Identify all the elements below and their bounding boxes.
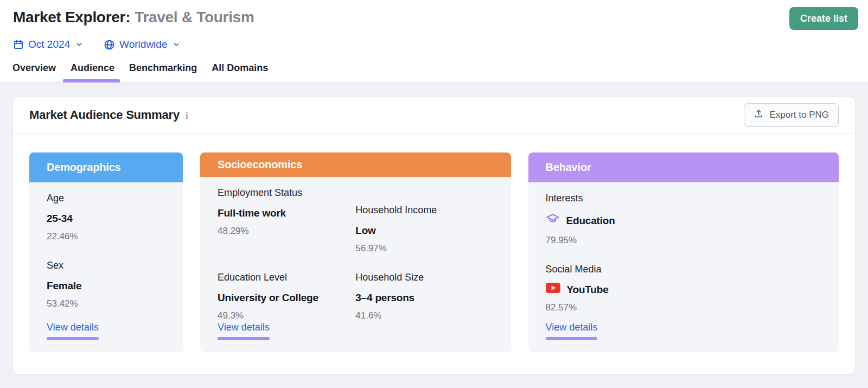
tab-overview[interactable]: Overview [12,61,56,82]
stat-percent: 79.95% [546,235,822,246]
market-audience-summary-card: Market Audience Summary i Export to PNG … [12,97,856,374]
demographics-card: Demographics Age 25-34 22.46% Sex Female… [29,152,183,352]
stat-household-income: Household Income Low 56.97% [355,204,493,254]
view-details-label: View details [546,321,598,333]
view-details-label: View details [218,321,270,333]
socioeconomics-card-header: Socioeconomics [200,152,511,177]
stat-percent: 41.6% [355,310,493,321]
stat-value-row: Education [546,212,822,229]
stat-label: Household Size [355,271,493,283]
summary-card-header: Market Audience Summary i Export to PNG [13,97,855,133]
stat-value: 25-34 [47,212,165,225]
stat-sex: Sex Female 53.42% [47,259,165,309]
behavior-card-body: Interests Education 79.95% [528,182,839,352]
summary-card-body: Demographics Age 25-34 22.46% Sex Female… [13,133,855,352]
stat-label: Education Level [218,271,355,283]
stat-percent: 82.57% [546,302,822,313]
stat-interests: Interests Education 79.95% [546,192,822,246]
stat-employment-status: Employment Status Full-time work 48.29% [218,187,355,254]
demographics-card-body: Age 25-34 22.46% Sex Female 53.42% View … [29,182,183,352]
export-to-png-label: Export to PNG [769,110,829,120]
stat-label: Social Media [546,263,822,275]
stat-social-media: Social Media YouTube 82.57% [546,263,822,313]
globe-icon [104,39,115,50]
tab-all-domains[interactable]: All Domains [212,61,268,82]
page-title-secondary: Travel & Tourism [135,9,254,26]
page-content: Market Audience Summary i Export to PNG … [0,82,868,388]
demographics-card-header: Demographics [29,152,183,182]
summary-card-title-row: Market Audience Summary i [29,108,188,122]
stat-label: Employment Status [218,187,355,199]
behavior-view-details-link[interactable]: View details [546,321,598,340]
stat-percent: 48.29% [218,226,355,237]
socioeconomics-view-details-link[interactable]: View details [218,321,270,340]
demographics-view-details-link[interactable]: View details [47,321,99,340]
tab-audience[interactable]: Audience [71,61,114,82]
create-list-button[interactable]: Create list [789,7,858,30]
summary-card-title: Market Audience Summary [29,108,180,122]
stat-value: 3–4 persons [355,291,493,304]
stat-label: Interests [546,192,822,204]
behavior-card: Behavior Interests Education [528,152,839,352]
export-to-png-button[interactable]: Export to PNG [744,103,839,127]
socioeconomics-stats-grid: Employment Status Full-time work 48.29% … [218,187,494,321]
region-filter[interactable]: Worldwide [104,39,180,50]
page-header: Market Explorer:Travel & Tourism Create … [0,0,868,82]
chevron-down-icon [173,41,180,48]
socioeconomics-card: Socioeconomics Employment Status Full-ti… [200,152,511,352]
youtube-icon [546,283,560,296]
page-title-primary: Market Explorer: [13,9,130,26]
behavior-card-header: Behavior [528,152,839,182]
stat-value: Low [355,224,493,237]
tab-benchmarking[interactable]: Benchmarking [129,61,197,82]
view-details-underline [47,337,99,340]
calendar-icon [13,39,24,50]
stat-value: YouTube [567,283,609,296]
date-filter-label: Oct 2024 [28,39,70,50]
stat-percent: 49.3% [218,310,355,321]
view-details-label: View details [47,321,99,333]
region-filter-label: Worldwide [119,39,167,50]
title-row: Market Explorer:Travel & Tourism [0,8,868,33]
stat-label: Age [47,192,165,204]
stat-value-row: YouTube [546,283,822,296]
stat-label: Household Income [355,204,493,216]
stat-label: Sex [47,259,165,271]
tab-bar: Overview Audience Benchmarking All Domai… [0,61,868,82]
info-icon[interactable]: i [186,110,188,122]
page-title: Market Explorer:Travel & Tourism [13,8,254,27]
stat-percent: 22.46% [47,231,165,242]
view-details-underline [546,337,598,340]
view-details-underline [218,337,270,340]
filter-bar: Oct 2024 Worldwide [0,36,868,53]
stat-age: Age 25-34 22.46% [47,192,165,242]
stat-household-size: Household Size 3–4 persons 41.6% [355,271,493,321]
socioeconomics-card-body: Employment Status Full-time work 48.29% … [200,177,511,352]
chevron-down-icon [75,41,83,48]
stat-value: Education [566,214,615,227]
stat-value: Full-time work [218,206,355,220]
stat-value: University or College [218,291,355,304]
stat-value: Female [47,279,165,292]
stat-percent: 56.97% [355,243,493,254]
upload-icon [754,109,764,122]
date-filter[interactable]: Oct 2024 [13,39,83,50]
stat-percent: 53.42% [47,298,165,309]
graduation-cap-icon [546,212,560,229]
stat-education-level: Education Level University or College 49… [218,271,355,321]
